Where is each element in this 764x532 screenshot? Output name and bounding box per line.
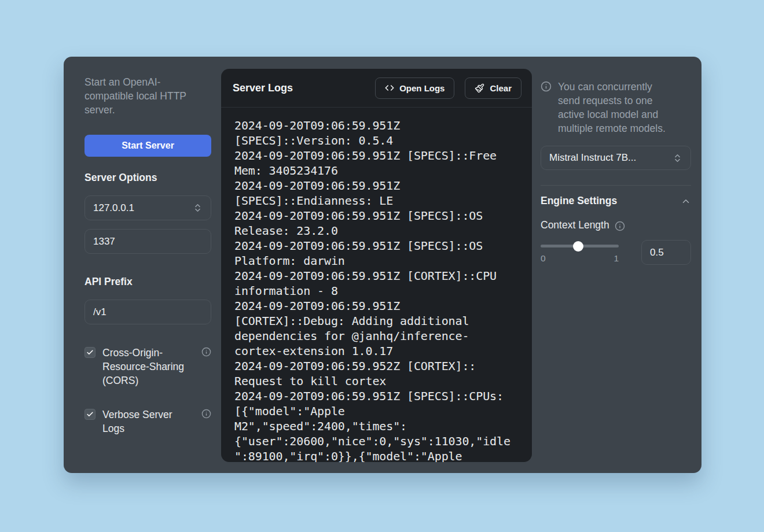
model-select[interactable]: Mistral Instruct 7B... — [541, 146, 691, 170]
log-line: ":89100,"irq":0}},{"model":"Apple — [234, 449, 519, 462]
cors-info-icon[interactable] — [201, 347, 211, 357]
context-length-controls: 0 1 — [541, 240, 691, 265]
start-server-button[interactable]: Start Server — [85, 135, 211, 157]
api-prefix-input[interactable] — [85, 300, 211, 324]
log-line: cortex-extension 1.0.17 — [234, 343, 519, 359]
api-prefix-heading: API Prefix — [85, 276, 133, 288]
context-length-value-input[interactable] — [641, 240, 691, 265]
log-line: Request to kill cortex — [234, 374, 519, 389]
verbose-logs-option-row: Verbose Server Logs — [85, 408, 211, 435]
log-line: Mem: 3405234176 — [234, 163, 519, 178]
context-length-label: Context Length — [541, 219, 609, 231]
server-logs-header: Server Logs Open Logs Clear — [221, 69, 532, 108]
log-line: 2024-09-20T09:06:59.951Z [CORTEX]::CPU — [234, 268, 519, 283]
log-line: 2024-09-20T09:06:59.952Z [CORTEX]:: — [234, 359, 519, 374]
log-line: 2024-09-20T09:06:59.951Z [SPECS]::OS — [234, 238, 519, 253]
clear-logs-button-label: Clear — [490, 83, 512, 93]
chevrons-up-down-icon — [673, 153, 682, 163]
engine-settings-divider — [541, 185, 691, 186]
check-icon — [86, 349, 94, 356]
context-length-row: Context Length — [541, 219, 625, 231]
context-length-info-icon[interactable] — [615, 221, 625, 231]
open-logs-button-label: Open Logs — [399, 83, 445, 93]
server-description: Start an OpenAI-compatible local HTTP se… — [85, 75, 196, 117]
log-line: dependencies for @janhq/inference- — [234, 328, 519, 343]
context-length-slider[interactable] — [541, 245, 619, 247]
engine-settings-header[interactable]: Engine Settings — [541, 195, 691, 207]
log-line: 2024-09-20T09:06:59.951Z [SPECS]::CPUs: — [234, 389, 519, 404]
port-input[interactable] — [85, 229, 211, 254]
server-options-heading: Server Options — [85, 172, 157, 184]
log-line: 2024-09-20T09:06:59.951Z [SPECS]::OS — [234, 208, 519, 223]
concurrency-hint-text: You can concurrently send requests to on… — [558, 80, 677, 135]
server-logs-title: Server Logs — [233, 82, 293, 94]
log-line: Release: 23.2.0 — [234, 223, 519, 238]
verbose-logs-checkbox-label: Verbose Server Logs — [102, 408, 193, 435]
log-line: information - 8 — [234, 283, 519, 298]
verbose-logs-info-icon[interactable] — [201, 409, 211, 419]
context-length-slider-block: 0 1 — [541, 240, 619, 265]
log-line: 2024-09-20T09:06:59.951Z [SPECS]::Free — [234, 148, 519, 163]
log-line: [{"model":"Apple — [234, 404, 519, 419]
chevrons-up-down-icon — [193, 203, 203, 213]
cors-option-row: Cross-Origin-Resource-Sharing (CORS) — [85, 346, 211, 387]
cors-checkbox[interactable] — [85, 347, 95, 358]
cors-checkbox-label: Cross-Origin-Resource-Sharing (CORS) — [102, 346, 193, 387]
log-line: [SPECS]::Version: 0.5.4 — [234, 133, 519, 148]
log-line: [SPECS]::Endianness: LE — [234, 193, 519, 208]
host-select[interactable]: 127.0.0.1 — [85, 195, 211, 220]
clear-logs-button[interactable]: Clear — [465, 77, 521, 99]
host-select-value: 127.0.0.1 — [93, 202, 134, 214]
model-select-value: Mistral Instruct 7B... — [549, 152, 636, 164]
engine-settings-title: Engine Settings — [541, 195, 617, 207]
code-icon — [385, 83, 394, 93]
slider-max-label: 1 — [614, 253, 619, 264]
hint-info-icon — [541, 81, 552, 135]
log-line: 2024-09-20T09:06:59.951Z — [234, 178, 519, 193]
log-line: [CORTEX]::Debug: Adding additional — [234, 313, 519, 328]
open-logs-button[interactable]: Open Logs — [375, 77, 454, 99]
log-line: M2","speed":2400,"times": — [234, 419, 519, 434]
verbose-logs-checkbox[interactable] — [85, 409, 95, 420]
server-config-sidebar: Start an OpenAI-compatible local HTTP se… — [85, 57, 211, 473]
chevron-up-icon — [681, 196, 691, 206]
local-server-panel: Start an OpenAI-compatible local HTTP se… — [64, 57, 701, 473]
slider-range-labels: 0 1 — [541, 253, 619, 264]
log-line: Platform: darwin — [234, 253, 519, 268]
paintbrush-icon — [475, 83, 484, 93]
check-icon — [86, 411, 94, 418]
slider-thumb[interactable] — [573, 241, 583, 252]
log-line: {"user":20600,"nice":0,"sys":11030,"idle — [234, 434, 519, 449]
server-logs-content[interactable]: 2024-09-20T09:06:59.951Z[SPECS]::Version… — [221, 108, 532, 462]
slider-min-label: 0 — [541, 253, 546, 264]
log-line: 2024-09-20T09:06:59.951Z — [234, 118, 519, 133]
server-logs-card: Server Logs Open Logs Clear 2024-09-20T0… — [221, 69, 532, 462]
log-line: 2024-09-20T09:06:59.951Z — [234, 298, 519, 313]
concurrency-hint-row: You can concurrently send requests to on… — [541, 80, 691, 135]
